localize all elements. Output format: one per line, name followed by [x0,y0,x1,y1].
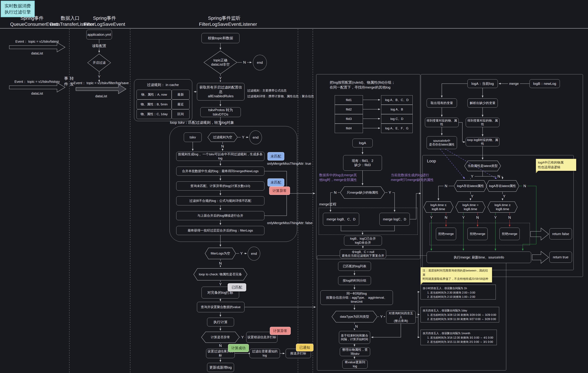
final-logs-box: 最终获得一批经过层层合并后的log：filterLogs [176,226,264,235]
update-log-box: 更新或新增log [207,363,234,372]
label-y-calc-error: Y [240,335,245,340]
hex-text: 计算是否异常 [209,335,232,339]
label-y-rules-empty: Y [241,135,246,139]
update-value-box: 将value更新到log [342,360,368,369]
parse-missing-box: 解析出缺少的变量 [467,98,498,108]
is-range-hex: dataType为区间类型 [331,311,378,322]
only-merge-true-label: onlyMergeMissThingAttr: true [267,161,311,166]
label-n-topic: N [242,60,247,65]
merge-bcd-box: merge logB、C、D [323,213,359,226]
fild-cell-1: fild1 [335,95,363,105]
have-missing-box: 现有：fild1、2 缺少：fild3 [343,155,382,171]
label-n-filterlogs: N [218,261,223,266]
label-y-loop-check: Y [218,282,223,287]
loop-check-hex: loop to check: 物属性是否完备 [193,268,248,280]
hex-text: 过滤规则为空 [211,135,234,139]
cache-cell-right-2: 最近 [172,100,189,109]
label-y-only-miss: Y [388,190,392,195]
badge-calc-error-1: 计算异常 [269,186,290,195]
filterlogs-empty-hex: filterLogs为空 [205,248,236,259]
lane-header-queue-consumer: Spring事件 QueueConsumerEvent [10,15,54,27]
return-false-box: return false [549,228,572,239]
cache-cell-left-3: 物、属性：C, 1day [136,109,172,119]
logb-new-box: logB：newLog [529,79,560,88]
group-agg-box: 同一时间的log 按聚合信息分组：aggType、 aggInterval、ti… [320,290,393,305]
calc-error-hex: 计算是否异常 [201,332,240,343]
tskv-box: tskv [184,133,202,142]
label-n-calc-error: N [218,343,223,348]
label-n-t1: N [443,215,449,220]
label-n-latest-right: N [522,184,527,188]
fild-log-cell-1: log A、B、C、D [381,95,413,105]
lane-label-forward: 转 发 [70,75,74,87]
lane-header-subtitle: FilterLogSaveEvent [84,21,126,27]
label-n-is-range: N [354,324,359,329]
tag-line1: 实时数据消费 [5,3,31,9]
label-y-filterlogs: Y [239,251,244,256]
query-agg-box: 查询并设置聚合数据的value [197,302,244,312]
hex-text: logA存在latest属性 [487,184,517,188]
day-note-box: 按天四舍五入，假设聚合间隔为 1day 1. 若当前时间为 3/28 12:30… [420,307,499,322]
event3-payload: dataList [95,94,107,98]
time-le-hex: logA.time ≤ logB.time [423,201,454,213]
loop-tskv-label: loop tskv：匹配过滤规则，转为log对象 [170,120,234,125]
label-merge: merge [508,82,520,86]
badge-matched: 已匹配 [228,283,246,291]
hex-text: logA.time = logB.time [455,203,486,211]
lane-header-subtitle: QueueConsumerEvent [10,21,54,27]
rules-empty-hex: 过滤规则为空 [207,133,238,142]
event1-payload: dataList [31,51,43,56]
lane-header-filter-log-save: Spring事件 FilterLogSaveEvent [84,15,126,27]
label-n-cur-latest: N [496,174,501,179]
end-ellipse-1: end [253,55,267,70]
note-db-merge: 数据库中的log去merge其 他log时，merge全部属性 [319,173,357,182]
set-null-box: 令logB、C = null 避免在当前过滤规则下重复合并 [340,249,386,258]
label-y-t3: Y [493,215,498,220]
lane-header-title: Spring事件监听 [199,15,250,21]
lane-header-listener: Spring事件监听 FilterLogSaveEventListener [199,15,250,27]
only-miss-hex: 只merge缺少的物属性 [340,186,385,199]
group-caption: 把log按照配置(ruleId)、物属性(fild)分组； 在同一配置下，寻找待… [330,80,395,90]
filter-enabled-diamond: 开启过滤 [87,54,111,72]
convert-dto-box: tskvProtos 转为 tskvDTOs [200,107,241,117]
reject-merge-box-2: 拒绝merge [467,228,488,240]
event-arrow-1 [9,42,65,52]
hex-text: loop to check: 物属性是否完备 [197,272,244,276]
exec-calc-box: 执行计算 [207,318,234,326]
merge-batch-box: 合并本批数据中生成的log：最终得到mergedNewLogs [176,166,264,176]
badge-unmatched-1: 未匹配 [267,152,284,161]
validate-topic-box: 校验topic和数据 [201,33,240,43]
title-tag: 实时数据消费 执行过滤引擎 [1,1,35,17]
label-y-t1: Y [429,215,434,220]
hex-text: logA存在latest属性 [455,184,485,188]
note-batch-merge: 当前批数据生成的log进行 merge时只merge缺失的属性 [391,173,433,182]
hex-text: logA.time ≥ logB.time [487,203,518,211]
event-arrow-3 [76,84,126,94]
badge-calc-error-2: 计算异常 [270,327,291,335]
block-arrow-return-true [532,251,549,263]
sticky-note-between: 注：底层按时间范围查询使用的是between，因此结束 时间就直接取临界值了，不… [420,267,492,282]
gen-log-box: 按规则生成log， 一个tskv可以命中不同过滤规则，生成多条log [176,152,264,161]
hex-text: dataType为区间类型 [338,315,371,319]
a-latest-left-hex: logA存在latest属性 [454,180,487,192]
label-n-latest-left: N [443,184,449,188]
label-y-cur-latest: Y [470,174,475,179]
cache-cell-left-1: 物、属性：A, now [136,90,172,100]
source-info-box: sourceInfo中 是否存在latest属性 [427,136,457,149]
cache-title: 过滤规则： in cache [147,82,179,87]
event-arrow-2 [9,83,65,92]
calc-start-box: 基于结束时间和聚合 间隔，计算开始时间 [339,331,370,344]
application-yml-box: application.yml [86,30,112,40]
cur-latest-hex: 当前属性是latest类型 [464,161,501,171]
filter-notify-box: 过滤出需要通知的log [250,349,280,358]
time-eq-hex: logA.time = logB.time [455,201,486,213]
loga-current-box: logA：当前log [467,79,498,88]
merge-again-box: 与上面合并后的log继续进行合并 [176,211,264,220]
label-y-t2: Y [461,215,466,220]
diamond-text: topic正确 dataList非空 [210,58,231,67]
merge-process-label: merge过程 [319,202,336,207]
label-y-config: Y [97,74,102,79]
reject-merge-box-1: 拒绝merge [436,228,456,240]
topic-check-diamond: topic正确 dataList非空 [204,51,237,74]
rules-note: 过滤规则：主要携带公式信息 过滤规则详情：携带计算物、属性信息：聚合信息 [247,88,314,99]
